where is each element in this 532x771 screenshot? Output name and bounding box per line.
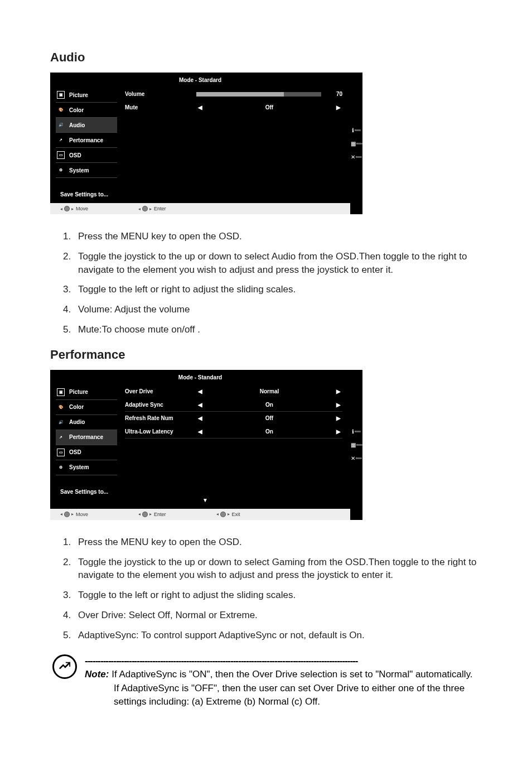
- setting-adaptivesync[interactable]: Adaptive Sync ◀ On ▶: [125, 398, 342, 412]
- menu-performance[interactable]: ↗Pertormance: [56, 430, 117, 445]
- menu-label: Picture: [69, 389, 88, 395]
- note-text: Note: If AdaptiveSync is "ON", then the …: [85, 668, 482, 709]
- menu-picture[interactable]: ▣Picture: [56, 385, 117, 400]
- osd-settings: Over Drive ◀ Normal ▶ Adaptive Sync ◀ On…: [123, 385, 350, 479]
- grid-icon[interactable]: ▦➖: [352, 139, 360, 147]
- hint-exit: ◂▸Exit: [216, 512, 240, 517]
- chevron-left-icon: ◂: [216, 512, 219, 517]
- save-settings[interactable]: Save Settings to...: [50, 181, 350, 203]
- menu-label: Color: [69, 404, 84, 410]
- close-icon[interactable]: ✕➖: [352, 454, 360, 462]
- menu-osd[interactable]: ▭OSD: [56, 148, 117, 163]
- arrow-right-icon[interactable]: ▶: [335, 388, 342, 394]
- setting-overdrive[interactable]: Over Drive ◀ Normal ▶: [125, 385, 342, 398]
- note: ----------------------------------------…: [50, 654, 482, 710]
- osd-mode: Mode - Standard: [50, 370, 350, 385]
- grid-icon[interactable]: ▦➖: [352, 441, 360, 449]
- arrow-right-icon[interactable]: ▶: [335, 415, 342, 421]
- hint-label: Exit: [232, 512, 240, 517]
- setting-label: Refresh Rate Num: [125, 415, 192, 421]
- arrow-right-icon[interactable]: ▶: [335, 104, 342, 110]
- menu-label: Color: [69, 107, 84, 113]
- menu-performance[interactable]: ↗Pertormance: [56, 133, 117, 148]
- menu-label: OSD: [69, 152, 81, 158]
- ull-value: On: [209, 428, 330, 435]
- arrow-left-icon[interactable]: ◀: [196, 428, 204, 435]
- heading-performance: Performance: [50, 348, 482, 362]
- arrow-right-icon[interactable]: ▶: [335, 402, 342, 408]
- joystick-icon: [65, 512, 69, 517]
- setting-label: Volume: [125, 91, 192, 97]
- menu-label: Audio: [69, 122, 85, 128]
- hint-label: Enter: [154, 206, 166, 211]
- setting-refresh[interactable]: Refresh Rate Num ◀ Off ▶: [125, 412, 342, 425]
- chevron-right-icon: ▸: [71, 206, 74, 211]
- hint-label: Enter: [154, 512, 166, 517]
- menu-picture[interactable]: ▣Picture: [56, 88, 117, 103]
- info-icon[interactable]: ℹ➖: [352, 126, 360, 134]
- close-icon[interactable]: ✕➖: [352, 153, 360, 161]
- hint-enter: ◂▸Enter: [138, 206, 166, 211]
- chevron-right-icon: ▸: [149, 512, 152, 517]
- menu-audio[interactable]: 🔊Audio: [56, 415, 117, 430]
- hint-move: ◂▸Move: [60, 512, 88, 517]
- chevron-right-icon: ▸: [71, 512, 74, 517]
- setting-mute[interactable]: Mute ◀ Off ▶: [125, 101, 342, 114]
- menu-label: Picture: [69, 92, 88, 98]
- step: Toggle the joystick to the up or down to…: [74, 552, 482, 586]
- menu-label: System: [69, 464, 89, 470]
- setting-ull[interactable]: Ultra-Low Latency ◀ On ▶: [125, 425, 342, 438]
- osd-side-buttons: ℹ➖ ▦➖ ✕➖: [350, 370, 362, 520]
- note-icon: [52, 654, 77, 679]
- gear-icon: ⚙: [57, 166, 65, 174]
- hint-label: Move: [76, 206, 88, 211]
- note-divider: ----------------------------------------…: [85, 654, 482, 668]
- chevron-left-icon: ◂: [60, 512, 62, 517]
- osd-menu: ▣Picture 🎨Color 🔊Audio ↗Pertormance ▭OSD…: [50, 385, 123, 479]
- setting-volume[interactable]: Volume 70: [125, 88, 342, 101]
- menu-system[interactable]: ⚙System: [56, 460, 117, 475]
- osd-audio: Mode - Stardard ▣Picture 🎨Color 🔊Audio ↗…: [50, 73, 362, 214]
- step: Over Drive: Select Off, Normal or Extrem…: [74, 605, 482, 625]
- setting-label: Ultra-Low Latency: [125, 428, 192, 435]
- speaker-icon: 🔊: [57, 418, 65, 426]
- note-line: If AdaptiveSync is "ON", then the Over D…: [109, 669, 472, 680]
- save-settings[interactable]: Save Settings to... ▼: [50, 479, 350, 509]
- menu-label: System: [69, 167, 89, 174]
- audio-instructions: Press the MENU key to open the OSD. Togg…: [50, 227, 482, 340]
- info-icon[interactable]: ℹ➖: [352, 427, 360, 435]
- menu-color[interactable]: 🎨Color: [56, 400, 117, 415]
- note-line: If AdaptiveSync is "OFF", then the user …: [85, 682, 482, 709]
- performance-icon: ↗: [57, 136, 65, 144]
- menu-audio[interactable]: 🔊Audio: [56, 118, 117, 133]
- palette-icon: 🎨: [57, 106, 65, 114]
- step: Press the MENU key to open the OSD.: [74, 227, 482, 247]
- arrow-right-icon[interactable]: ▶: [335, 428, 342, 435]
- arrow-left-icon[interactable]: ◀: [196, 402, 204, 408]
- hint-enter: ◂▸Enter: [138, 512, 166, 517]
- arrow-left-icon[interactable]: ◀: [196, 104, 204, 110]
- arrow-left-icon[interactable]: ◀: [196, 388, 204, 394]
- menu-osd[interactable]: ▭OSD: [56, 445, 117, 460]
- joystick-icon: [65, 206, 69, 211]
- setting-label: Over Drive: [125, 388, 192, 394]
- menu-color[interactable]: 🎨Color: [56, 103, 117, 118]
- overdrive-value: Normal: [209, 388, 330, 394]
- palette-icon: 🎨: [57, 403, 65, 411]
- gear-icon: ⚙: [57, 464, 65, 471]
- chevron-left-icon: ◂: [138, 206, 141, 211]
- arrow-left-icon[interactable]: ◀: [196, 415, 204, 421]
- step: Volume: Adjust the volume: [74, 300, 482, 320]
- chevron-left-icon: ◂: [60, 206, 62, 211]
- menu-system[interactable]: ⚙System: [56, 163, 117, 178]
- speaker-icon: 🔊: [57, 121, 65, 129]
- volume-slider[interactable]: [196, 92, 321, 97]
- mute-value: Off: [209, 104, 330, 110]
- osd-menu: ▣Picture 🎨Color 🔊Audio ↗Pertormance ▭OSD…: [50, 88, 123, 181]
- menu-label: Audio: [69, 419, 85, 425]
- chevron-left-icon: ◂: [138, 512, 141, 517]
- step: AdaptiveSync: To control support Adaptiv…: [74, 625, 482, 645]
- osd-footer: ◂▸Move ◂▸Enter ◂▸Exit: [50, 509, 350, 520]
- joystick-icon: [143, 206, 147, 211]
- osd-performance: Mode - Standard ▣Picture 🎨Color 🔊Audio ↗…: [50, 370, 362, 520]
